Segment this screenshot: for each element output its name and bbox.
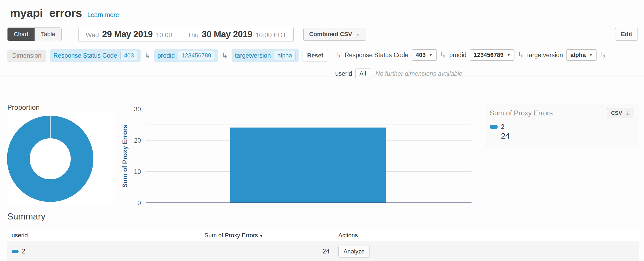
- drilldown-name: Response Status Code: [345, 51, 409, 59]
- column-header-label: Sum of Proxy Errors: [205, 232, 258, 239]
- end-day: Thu: [187, 31, 198, 39]
- end-time: 10:00 EDT: [256, 31, 287, 39]
- drilldown-select-prodid[interactable]: 123456789 ▼: [470, 49, 514, 61]
- chip-value: 123456789: [178, 51, 215, 60]
- start-day: Wed: [86, 31, 99, 39]
- chip-name: targetversion: [235, 52, 271, 59]
- proxy-errors-bar: [230, 128, 386, 202]
- toolbar: Chart Table Wed 29 May 2019 10:00 – Thu …: [7, 27, 638, 42]
- chip-value: 403: [120, 51, 137, 60]
- legend-panel: Sum of Proxy Errors CSV 2 24: [485, 104, 639, 147]
- selected-value: 123456789: [474, 51, 503, 59]
- chevron-down-icon: ▼: [429, 53, 433, 57]
- column-header-actions: Actions: [334, 229, 639, 242]
- tab-chart[interactable]: Chart: [8, 28, 35, 41]
- drilldown-name: prodid: [449, 51, 466, 59]
- date-range-picker[interactable]: Wed 29 May 2019 10:00 – Thu 30 May 2019 …: [78, 27, 294, 42]
- chip-value: alpha: [274, 51, 296, 60]
- drilldown-select-targetversion[interactable]: alpha ▼: [566, 49, 597, 61]
- combined-csv-button[interactable]: Combined CSV: [303, 28, 366, 41]
- y-axis-ticks: 30 20 10 0: [113, 109, 141, 203]
- sort-descending-icon: ▼: [259, 233, 263, 238]
- column-header-sum-of-proxy-errors[interactable]: Sum of Proxy Errors▼: [200, 229, 334, 242]
- summary-table: userid Sum of Proxy Errors▼ Actions 2 24…: [7, 229, 639, 261]
- learn-more-link[interactable]: Learn more: [87, 11, 119, 19]
- drilldown-arrow-icon: ↳: [144, 52, 151, 59]
- y-tick: 20: [134, 137, 141, 144]
- start-time: 10:00: [156, 31, 172, 39]
- tab-table[interactable]: Table: [35, 28, 62, 41]
- download-icon: [355, 32, 361, 37]
- legend-panel-header: Sum of Proxy Errors CSV: [490, 108, 634, 118]
- chevron-down-icon: ▼: [507, 53, 510, 57]
- proportion-title: Proportion: [7, 103, 40, 112]
- legend-item: 2: [490, 123, 634, 130]
- dimension-drilldowns: ↳ Response Status Code 403 ▼ ↳ prodid 12…: [335, 49, 639, 79]
- csv-label: CSV: [611, 110, 622, 116]
- section-divider: [0, 77, 644, 77]
- next-dimension-name: userid: [335, 70, 352, 77]
- proportion-donut-panel: [7, 113, 115, 204]
- edit-label: Edit: [621, 31, 632, 38]
- end-date: 30 May 2019: [202, 29, 252, 39]
- start-date: 29 May 2019: [102, 29, 152, 39]
- analytics-dashboard: myapi_errors Learn more Chart Table Wed …: [0, 0, 644, 261]
- next-dimension-select-userid[interactable]: All: [355, 68, 370, 79]
- cell-actions: Analyze: [334, 242, 639, 261]
- proxy-errors-bar-chart: [146, 109, 472, 203]
- gridline: [146, 125, 472, 125]
- chip-name: prodid: [158, 52, 175, 59]
- drilldown-arrow-icon: ↳: [518, 51, 524, 59]
- column-header-userid: userid: [7, 229, 200, 242]
- chip-name: Response Status Code: [53, 52, 117, 59]
- reset-label: Reset: [307, 52, 323, 59]
- series-value: 24: [501, 132, 634, 140]
- no-more-dimensions-text: No further dimensions available: [375, 70, 462, 77]
- y-tick: 30: [134, 106, 141, 113]
- dimension-breadcrumb: Dimension Response Status Code 403 ↳ pro…: [7, 49, 328, 62]
- breadcrumb-chip-prodid[interactable]: prodid 123456789: [154, 49, 218, 62]
- view-toggle: Chart Table: [7, 28, 62, 41]
- legend-panel-title: Sum of Proxy Errors: [490, 109, 553, 117]
- breadcrumb-chip-response-status-code[interactable]: Response Status Code 403: [50, 49, 141, 62]
- y-tick: 10: [134, 168, 141, 176]
- selected-value: alpha: [570, 51, 586, 59]
- page-title: myapi_errors: [10, 6, 82, 20]
- selected-value: 403: [416, 51, 426, 59]
- series-color-swatch: [490, 125, 498, 129]
- drilldown-arrow-icon: ↳: [600, 51, 606, 59]
- reset-button[interactable]: Reset: [303, 50, 328, 61]
- userid-value: 2: [22, 248, 25, 255]
- gridline: [146, 109, 472, 109]
- table-row: 2 24 Analyze: [7, 242, 639, 261]
- edit-button[interactable]: Edit: [615, 28, 638, 41]
- proportion-donut-chart: [7, 113, 115, 204]
- drilldown-arrow-icon: ↳: [440, 51, 446, 59]
- csv-button[interactable]: CSV: [607, 108, 634, 118]
- combined-csv-label: Combined CSV: [309, 31, 352, 38]
- breadcrumb-chip-targetversion[interactable]: targetversion alpha: [232, 49, 299, 62]
- y-tick: 0: [137, 200, 141, 207]
- analyze-button[interactable]: Analyze: [338, 246, 370, 257]
- download-icon: [625, 111, 630, 116]
- cell-sum-of-proxy-errors: 24: [200, 242, 334, 261]
- drilldown-select-response-status-code[interactable]: 403 ▼: [412, 49, 437, 61]
- dimension-label: Dimension: [7, 50, 46, 62]
- table-header-row: userid Sum of Proxy Errors▼ Actions: [7, 229, 639, 242]
- date-range-separator: –: [178, 30, 182, 39]
- x-axis-line: [146, 202, 472, 203]
- series-color-swatch: [12, 250, 19, 253]
- cell-userid: 2: [7, 242, 200, 261]
- series-label: 2: [501, 123, 504, 130]
- chevron-down-icon: ▼: [589, 53, 593, 57]
- summary-title: Summary: [7, 211, 45, 222]
- drilldown-name: targetversion: [527, 51, 563, 59]
- drilldown-arrow-icon: ↳: [222, 52, 228, 59]
- header: myapi_errors Learn more: [10, 6, 119, 20]
- drilldown-arrow-icon: ↳: [335, 51, 341, 59]
